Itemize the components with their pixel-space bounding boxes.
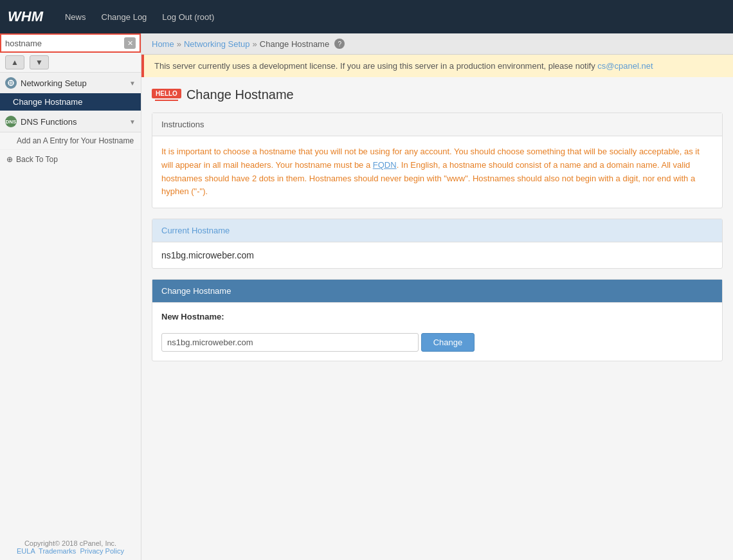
page-body: HELLO Change Hostname Instructions It is… xyxy=(141,77,733,382)
breadcrumb-sep-1: » xyxy=(177,39,181,49)
back-to-top-label: Back To Top xyxy=(16,155,58,164)
search-input[interactable] xyxy=(5,39,122,48)
back-to-top-icon: ⊕ xyxy=(6,155,13,164)
sidebar-section-networking-header[interactable]: Networking Setup ▼ xyxy=(0,73,141,93)
layout: ✕ ▲ ▼ Networking Setup ▼ Change Hostname xyxy=(0,33,733,560)
nav-news[interactable]: News xyxy=(65,12,86,22)
hello-badge: HELLO xyxy=(152,89,181,98)
current-hostname-value: ns1bg.microweber.com xyxy=(152,242,722,268)
dev-license-banner: This server currently uses a development… xyxy=(141,55,733,77)
instructions-header: Instructions xyxy=(152,113,722,136)
help-icon[interactable]: ? xyxy=(334,39,345,49)
sidebar-section-networking: Networking Setup ▼ Change Hostname DNS D… xyxy=(0,73,141,132)
new-hostname-label: New Hostname: xyxy=(161,312,713,321)
page-title: Change Hostname xyxy=(186,87,294,102)
instructions-text: It is important to choose a hostname tha… xyxy=(161,145,713,199)
sidebar-item-change-hostname[interactable]: Change Hostname xyxy=(0,93,141,111)
eula-link[interactable]: EULA xyxy=(17,547,35,555)
instructions-card: Instructions It is important to choose a… xyxy=(152,113,723,208)
copyright-text: Copyright© 2018 cPanel, Inc. xyxy=(5,539,136,547)
fqdn-link[interactable]: FQDN xyxy=(373,160,397,170)
breadcrumb-current: Change Hostname xyxy=(260,39,329,49)
nav-changelog[interactable]: Change Log xyxy=(102,12,147,22)
dns-icon: DNS xyxy=(5,116,17,127)
dev-license-text: This server currently uses a development… xyxy=(154,61,595,71)
top-nav: WHM News Change Log Log Out (root) xyxy=(0,0,733,33)
dns-functions-label: DNS Functions xyxy=(21,117,129,127)
breadcrumb: Home » Networking Setup » Change Hostnam… xyxy=(141,33,733,55)
search-clear-button[interactable]: ✕ xyxy=(124,37,136,49)
change-hostname-card-header: Change Hostname xyxy=(152,280,722,303)
footer-links: EULA Trademarks Privacy Policy xyxy=(5,547,136,555)
dns-chevron-icon: ▼ xyxy=(129,118,136,125)
current-hostname-card: Current Hostname ns1bg.microweber.com xyxy=(152,219,723,269)
privacy-link[interactable]: Privacy Policy xyxy=(80,547,124,555)
main-content: Home » Networking Setup » Change Hostnam… xyxy=(141,33,733,560)
networking-setup-label: Networking Setup xyxy=(21,78,129,88)
search-nav-arrows: ▲ ▼ xyxy=(0,53,141,73)
nav-logout[interactable]: Log Out (root) xyxy=(162,12,214,22)
sidebar-footer: Copyright© 2018 cPanel, Inc. EULA Tradem… xyxy=(0,534,141,560)
back-to-top-button[interactable]: ⊕ Back To Top xyxy=(0,150,141,169)
nav-arrow-down[interactable]: ▼ xyxy=(30,55,49,69)
breadcrumb-home[interactable]: Home xyxy=(152,39,174,49)
sidebar: ✕ ▲ ▼ Networking Setup ▼ Change Hostname xyxy=(0,33,141,560)
new-hostname-input[interactable] xyxy=(161,333,419,352)
change-hostname-body: New Hostname: Change xyxy=(152,303,722,361)
change-hostname-card: Change Hostname New Hostname: Change xyxy=(152,279,723,361)
sidebar-sub-a-entry[interactable]: Add an A Entry for Your Hostname xyxy=(0,132,141,150)
nav-arrow-up[interactable]: ▲ xyxy=(5,55,24,69)
trademarks-link[interactable]: Trademarks xyxy=(39,547,76,555)
instructions-body: It is important to choose a hostname tha… xyxy=(152,136,722,208)
networking-icon xyxy=(5,77,17,89)
current-hostname-header: Current Hostname xyxy=(152,219,722,242)
dev-license-email[interactable]: cs@cpanel.net xyxy=(597,61,653,71)
whm-logo: WHM xyxy=(8,8,43,25)
change-button[interactable]: Change xyxy=(421,333,475,352)
search-bar: ✕ xyxy=(0,33,141,53)
breadcrumb-networking[interactable]: Networking Setup xyxy=(184,39,250,49)
page-title-row: HELLO Change Hostname xyxy=(152,87,723,102)
sidebar-section-dns-header[interactable]: DNS DNS Functions ▼ xyxy=(0,111,141,132)
networking-chevron-icon: ▼ xyxy=(129,80,136,87)
breadcrumb-sep-2: » xyxy=(253,39,257,49)
